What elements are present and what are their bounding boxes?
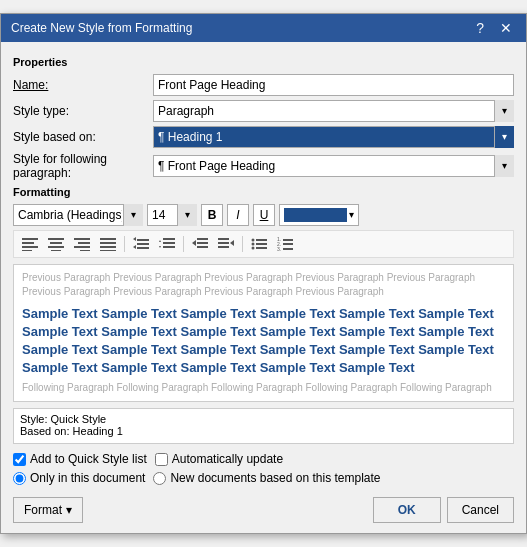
style-following-row: Style for following paragraph: ¶ Front P… (13, 152, 514, 180)
svg-marker-25 (159, 246, 161, 248)
svg-rect-4 (48, 238, 64, 240)
dialog-title: Create New Style from Formatting (11, 21, 192, 35)
alignment-separator-3 (242, 236, 243, 252)
auto-update-label: Automatically update (172, 452, 283, 466)
preview-previous-paragraph: Previous Paragraph Previous Paragraph Pr… (22, 271, 505, 299)
formatting-row1: Cambria (Headings) ▾ 14 ▾ B I U ▾ (13, 204, 514, 226)
close-button[interactable]: ✕ (496, 20, 516, 36)
svg-marker-20 (133, 245, 136, 249)
style-based-select-wrapper: ¶ Heading 1 ▾ (153, 126, 514, 148)
new-docs-radio[interactable] (153, 472, 166, 485)
title-bar: Create New Style from Formatting ? ✕ (1, 14, 526, 42)
style-type-row: Style type: Paragraph ▾ (13, 100, 514, 122)
style-type-label: Style type: (13, 104, 153, 118)
underline-button[interactable]: U (253, 204, 275, 226)
svg-rect-7 (51, 250, 61, 251)
svg-rect-6 (48, 246, 64, 248)
svg-rect-23 (163, 246, 175, 248)
increase-indent-button[interactable] (214, 234, 238, 254)
name-input[interactable] (153, 74, 514, 96)
style-following-select-wrapper: ¶ Front Page Heading ▾ (153, 155, 514, 177)
svg-marker-29 (192, 240, 196, 246)
bold-button[interactable]: B (201, 204, 223, 226)
svg-rect-1 (22, 242, 34, 244)
numbering-button[interactable]: 1.2.3. (273, 234, 297, 254)
auto-update-checkbox[interactable] (155, 453, 168, 466)
format-button[interactable]: Format ▾ (13, 497, 83, 523)
style-type-select[interactable]: Paragraph (153, 100, 514, 122)
svg-rect-0 (22, 238, 38, 240)
help-button[interactable]: ? (472, 20, 488, 36)
title-bar-controls: ? ✕ (472, 20, 516, 36)
svg-marker-24 (159, 240, 161, 242)
svg-rect-9 (78, 242, 90, 244)
svg-rect-5 (50, 242, 62, 244)
svg-rect-11 (80, 250, 90, 251)
line-spacing-more-button[interactable] (155, 234, 179, 254)
svg-rect-15 (100, 250, 116, 251)
svg-rect-22 (163, 242, 175, 244)
preview-following-paragraph: Following Paragraph Following Paragraph … (22, 381, 505, 395)
align-left-button[interactable] (18, 234, 42, 254)
new-docs-item[interactable]: New documents based on this template (153, 471, 380, 485)
style-following-select[interactable]: ¶ Front Page Heading (153, 155, 514, 177)
svg-rect-14 (100, 246, 116, 248)
style-following-label: Style for following paragraph: (13, 152, 153, 180)
svg-rect-13 (100, 242, 116, 244)
add-to-quick-style-item[interactable]: Add to Quick Style list (13, 452, 147, 466)
svg-rect-3 (22, 250, 32, 251)
ok-button[interactable]: OK (373, 497, 441, 523)
style-based-row: Style based on: ¶ Heading 1 ▾ (13, 126, 514, 148)
align-justify-button[interactable] (96, 234, 120, 254)
add-to-quick-style-checkbox[interactable] (13, 453, 26, 466)
align-center-button[interactable] (44, 234, 68, 254)
only-this-doc-label: Only in this document (30, 471, 145, 485)
svg-marker-33 (230, 240, 234, 246)
formatting-label: Formatting (13, 186, 514, 198)
bottom-buttons: Format ▾ OK Cancel (13, 493, 514, 523)
svg-text:3.: 3. (277, 246, 281, 251)
properties-section: Properties Name: Style type: Paragraph ▾… (13, 56, 514, 180)
align-right-button[interactable] (70, 234, 94, 254)
only-this-doc-item[interactable]: Only in this document (13, 471, 145, 485)
color-picker-button[interactable]: ▾ (279, 204, 359, 226)
style-info-line2: Based on: Heading 1 (20, 425, 507, 437)
style-based-select[interactable]: ¶ Heading 1 (153, 126, 514, 148)
svg-rect-16 (137, 239, 149, 241)
italic-button[interactable]: I (227, 204, 249, 226)
svg-rect-18 (137, 247, 149, 249)
auto-update-item[interactable]: Automatically update (155, 452, 283, 466)
preview-box: Previous Paragraph Previous Paragraph Pr… (13, 264, 514, 403)
svg-rect-35 (256, 239, 267, 241)
add-to-quick-style-label: Add to Quick Style list (30, 452, 147, 466)
preview-sample-text: Sample Text Sample Text Sample Text Samp… (22, 305, 505, 378)
svg-rect-31 (218, 242, 229, 244)
formatting-section: Formatting Cambria (Headings) ▾ 14 ▾ B I… (13, 186, 514, 258)
style-type-select-wrapper: Paragraph ▾ (153, 100, 514, 122)
cancel-button[interactable]: Cancel (447, 497, 514, 523)
font-size-select[interactable]: 14 (147, 204, 197, 226)
style-info-line1: Style: Quick Style (20, 413, 507, 425)
format-label: Format (24, 503, 62, 517)
svg-point-36 (252, 242, 255, 245)
svg-rect-41 (283, 239, 293, 241)
dialog: Create New Style from Formatting ? ✕ Pro… (0, 13, 527, 535)
svg-point-34 (252, 238, 255, 241)
name-label: Name: (13, 78, 153, 92)
checkboxes-row: Add to Quick Style list Automatically up… (13, 452, 514, 466)
font-select-wrapper: Cambria (Headings) ▾ (13, 204, 143, 226)
only-this-doc-radio[interactable] (13, 472, 26, 485)
format-dropdown-arrow-icon: ▾ (66, 503, 72, 517)
bullets-button[interactable] (247, 234, 271, 254)
svg-rect-10 (74, 246, 90, 248)
svg-rect-39 (256, 247, 267, 249)
radio-row: Only in this document New documents base… (13, 471, 514, 485)
decrease-indent-button[interactable] (188, 234, 212, 254)
color-swatch (284, 208, 347, 222)
svg-rect-12 (100, 238, 116, 240)
font-select[interactable]: Cambria (Headings) (13, 204, 143, 226)
svg-rect-28 (197, 246, 208, 248)
line-spacing-button[interactable] (129, 234, 153, 254)
alignment-separator-2 (183, 236, 184, 252)
new-docs-label: New documents based on this template (170, 471, 380, 485)
